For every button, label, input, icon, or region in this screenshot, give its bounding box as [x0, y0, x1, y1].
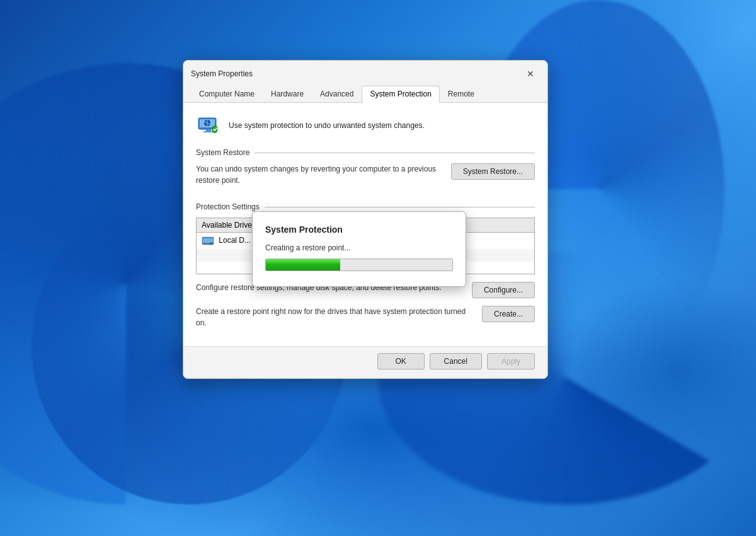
ok-button[interactable]: OK	[377, 353, 425, 370]
system-restore-header: System Restore	[196, 148, 535, 157]
close-button[interactable]: ✕	[521, 67, 540, 81]
progress-bar-container	[265, 259, 453, 271]
tab-computer-name[interactable]: Computer Name	[191, 86, 263, 103]
cancel-button[interactable]: Cancel	[430, 353, 482, 370]
drive-name: Local D...	[219, 236, 251, 245]
dialog-footer: OK Cancel Apply	[183, 346, 547, 378]
dialog-titlebar: System Properties ✕	[183, 61, 547, 81]
description-text: Use system protection to undo unwanted s…	[229, 120, 425, 131]
svg-rect-2	[206, 129, 211, 131]
tab-remote[interactable]: Remote	[440, 86, 483, 103]
system-protection-icon	[196, 113, 221, 138]
system-restore-button[interactable]: System Restore...	[451, 163, 535, 180]
system-restore-title: System Restore	[196, 148, 249, 157]
description-row: Use system protection to undo unwanted s…	[196, 113, 535, 138]
system-properties-dialog: System Properties ✕ Computer Name Hardwa…	[183, 60, 548, 379]
create-desc: Create a restore point right now for the…	[196, 306, 476, 329]
apply-button[interactable]: Apply	[487, 353, 535, 370]
section-divider	[255, 153, 535, 153]
create-button[interactable]: Create...	[482, 306, 535, 322]
create-row: Create a restore point right now for the…	[196, 306, 535, 329]
progress-bar-fill	[266, 259, 340, 271]
tab-advanced[interactable]: Advanced	[312, 86, 362, 103]
progress-dialog: System Protection Creating a restore poi…	[252, 211, 466, 287]
tab-system-protection[interactable]: System Protection	[362, 86, 439, 103]
system-restore-row: System Restore... You can undo system ch…	[196, 163, 535, 192]
protection-settings-title: Protection Settings	[196, 202, 260, 211]
section-divider-2	[265, 207, 535, 207]
tab-hardware[interactable]: Hardware	[263, 86, 312, 103]
drive-icon	[202, 236, 219, 245]
dialog-title: System Properties	[191, 69, 253, 78]
svg-point-7	[210, 242, 212, 244]
svg-rect-6	[203, 238, 213, 243]
configure-button[interactable]: Configure...	[472, 282, 535, 298]
progress-message: Creating a restore point...	[265, 243, 453, 252]
tab-bar: Computer Name Hardware Advanced System P…	[183, 81, 547, 103]
protection-settings-header: Protection Settings	[196, 202, 535, 211]
svg-rect-8	[203, 243, 209, 244]
svg-rect-3	[203, 131, 214, 132]
progress-dialog-title: System Protection	[265, 224, 453, 235]
